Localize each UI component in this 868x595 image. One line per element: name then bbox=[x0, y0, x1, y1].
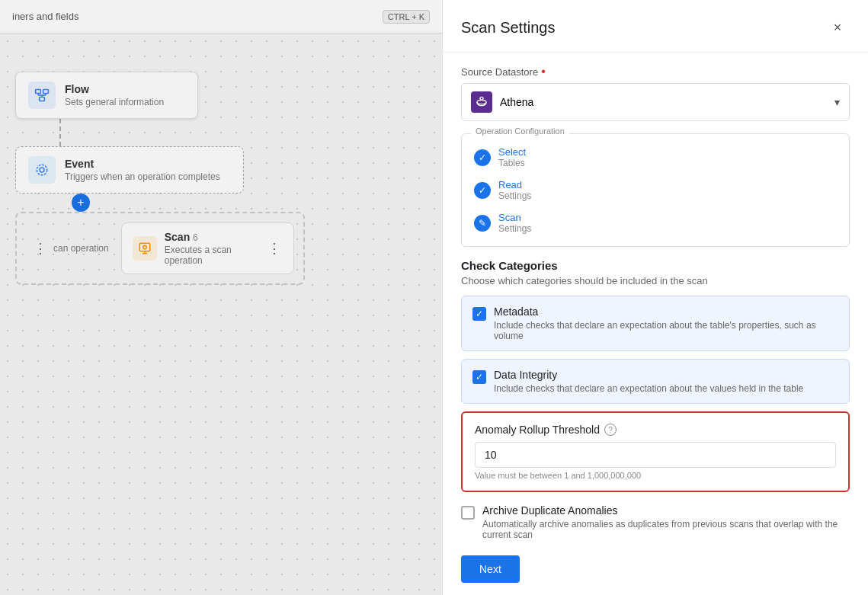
metadata-card[interactable]: ✓ Metadata Include checks that declare a… bbox=[461, 296, 850, 351]
datastore-icon bbox=[471, 91, 492, 113]
flow-node-title: Flow bbox=[65, 83, 185, 95]
svg-point-9 bbox=[37, 165, 47, 175]
step-read-sub: Settings bbox=[498, 190, 531, 201]
metadata-checkbox[interactable]: ✓ bbox=[472, 307, 486, 321]
scan-node[interactable]: Scan 6 Executes a scan operation ⋮ bbox=[121, 222, 294, 274]
canvas-topbar: iners and fields CTRL + K bbox=[0, 0, 442, 34]
flow-node[interactable]: Flow Sets general information bbox=[15, 72, 198, 119]
event-node-text: Event Triggers when an operation complet… bbox=[65, 158, 231, 182]
svg-rect-1 bbox=[43, 90, 49, 94]
close-button[interactable]: × bbox=[825, 15, 850, 40]
check-categories-section: Check Categories Choose which categories… bbox=[461, 259, 850, 404]
chevron-down-icon: ▾ bbox=[834, 96, 840, 108]
svg-rect-0 bbox=[36, 90, 41, 94]
anomaly-input[interactable] bbox=[475, 442, 836, 468]
op-step-select[interactable]: ✓ Select Tables bbox=[474, 143, 837, 171]
event-node[interactable]: Event Triggers when an operation complet… bbox=[15, 146, 244, 194]
op-step-read[interactable]: ✓ Read Settings bbox=[474, 176, 837, 204]
data-integrity-text: Data Integrity Include checks that decla… bbox=[494, 369, 803, 394]
svg-point-13 bbox=[143, 245, 146, 249]
scan-node-text: Scan 6 Executes a scan operation bbox=[165, 231, 258, 266]
scan-dots-menu[interactable]: ⋮ bbox=[266, 238, 283, 258]
archive-desc: Automatically archive anomalies as dupli… bbox=[482, 519, 850, 540]
event-icon bbox=[28, 156, 56, 184]
scan-settings-panel: Scan Settings × Source Datastore • Athen… bbox=[442, 0, 868, 595]
event-node-title: Event bbox=[65, 158, 231, 170]
source-datastore-label: Source Datastore • bbox=[461, 65, 850, 78]
shortcut-badge: CTRL + K bbox=[383, 10, 430, 24]
metadata-title: Metadata bbox=[494, 305, 838, 318]
datastore-select[interactable]: Athena ▾ bbox=[461, 83, 850, 121]
flow-icon bbox=[28, 82, 56, 109]
data-integrity-checkbox[interactable]: ✓ bbox=[472, 370, 486, 384]
step-select-text: Select Tables bbox=[498, 146, 526, 168]
step-scan-sub: Settings bbox=[498, 223, 531, 234]
panel-header: Scan Settings × bbox=[443, 0, 868, 53]
topbar-text: iners and fields bbox=[12, 11, 78, 22]
data-integrity-title: Data Integrity bbox=[494, 369, 803, 381]
partial-node[interactable]: ⋮ can operation bbox=[26, 222, 115, 274]
anomaly-section: Anomaly Rollup Threshold ? Value must be… bbox=[461, 411, 850, 492]
anomaly-label: Anomaly Rollup Threshold ? bbox=[475, 424, 836, 436]
data-integrity-card[interactable]: ✓ Data Integrity Include checks that dec… bbox=[461, 359, 850, 404]
panel-body: Source Datastore • Athena ▾ Operation Co… bbox=[443, 53, 868, 595]
archive-section: Archive Duplicate Anomalies Automaticall… bbox=[461, 504, 850, 540]
step-select-label: Select bbox=[498, 146, 526, 158]
archive-title: Archive Duplicate Anomalies bbox=[482, 504, 850, 517]
next-button[interactable]: Next bbox=[461, 555, 520, 583]
partial-node-sub: can operation bbox=[53, 243, 109, 254]
step-read-label: Read bbox=[498, 179, 531, 190]
svg-point-8 bbox=[40, 168, 44, 172]
archive-text: Archive Duplicate Anomalies Automaticall… bbox=[482, 504, 850, 540]
canvas-body: Flow Sets general information Event Trig… bbox=[0, 34, 442, 595]
scan-icon bbox=[133, 236, 157, 261]
scan-node-title: Scan 6 bbox=[165, 231, 258, 243]
metadata-text: Metadata Include checks that declare an … bbox=[494, 305, 838, 341]
datastore-value: Athena bbox=[500, 96, 533, 108]
svg-rect-2 bbox=[40, 98, 45, 101]
data-integrity-desc: Include checks that declare an expectati… bbox=[494, 383, 803, 394]
svg-rect-10 bbox=[139, 243, 150, 251]
required-indicator: • bbox=[541, 65, 546, 78]
connector-line bbox=[59, 119, 61, 146]
op-step-scan[interactable]: ✎ Scan Settings bbox=[474, 209, 837, 237]
archive-checkbox[interactable] bbox=[461, 506, 475, 520]
op-config-legend: Operation Configuration bbox=[471, 126, 569, 136]
check-categories-desc: Choose which categories should be includ… bbox=[461, 275, 850, 286]
add-step-button[interactable]: + bbox=[72, 194, 90, 212]
step-scan-label: Scan bbox=[498, 212, 531, 223]
anomaly-hint: Value must be between 1 and 1,000,000,00… bbox=[475, 471, 836, 480]
flow-node-sub: Sets general information bbox=[65, 97, 185, 107]
scan-section-box: ⋮ can operation bbox=[15, 212, 305, 285]
check-icon-read: ✓ bbox=[474, 182, 491, 199]
scan-node-sub: Executes a scan operation bbox=[165, 245, 258, 266]
op-config-group: Operation Configuration ✓ Select Tables … bbox=[461, 133, 850, 247]
flow-node-text: Flow Sets general information bbox=[65, 83, 185, 107]
shortcut-text: CTRL + K bbox=[388, 12, 424, 21]
check-icon-select: ✓ bbox=[474, 149, 491, 166]
metadata-desc: Include checks that declare an expectati… bbox=[494, 320, 838, 341]
datastore-select-wrapper: Athena ▾ bbox=[461, 83, 850, 121]
canvas-panel: iners and fields CTRL + K bbox=[0, 0, 442, 595]
step-select-sub: Tables bbox=[498, 158, 526, 168]
panel-title: Scan Settings bbox=[461, 19, 555, 37]
check-categories-title: Check Categories bbox=[461, 259, 850, 272]
pencil-icon-scan: ✎ bbox=[474, 215, 491, 232]
step-scan-text: Scan Settings bbox=[498, 212, 531, 234]
help-icon[interactable]: ? bbox=[604, 424, 617, 436]
step-read-text: Read Settings bbox=[498, 179, 531, 201]
event-node-sub: Triggers when an operation completes bbox=[65, 171, 231, 182]
partial-dots-menu[interactable]: ⋮ bbox=[32, 238, 49, 258]
